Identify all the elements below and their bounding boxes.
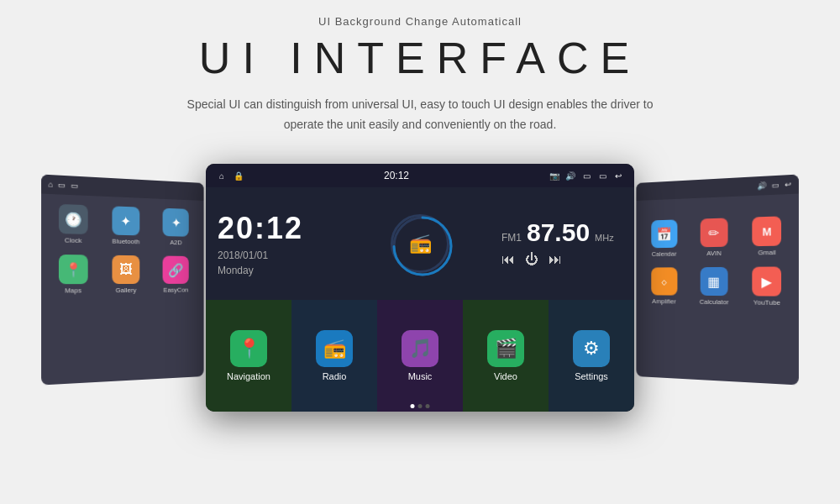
camera-icon: 📷 [549, 170, 560, 181]
app-label: Clock [65, 236, 81, 244]
app-label: Gallery [116, 286, 136, 294]
radio-app-label: Radio [323, 371, 347, 381]
list-item[interactable]: ✏ AVIN [690, 213, 739, 261]
status-time: 20:12 [384, 170, 409, 181]
list-item[interactable]: ✦ Bluetooth [101, 201, 150, 249]
list-item[interactable]: 🖼 Gallery [101, 250, 150, 298]
app-label: A2D [170, 239, 181, 246]
clock-time: 20:12 [218, 211, 337, 246]
list-item[interactable]: 🕐 Clock [46, 199, 99, 249]
clock-widget: 20:12 2018/01/01 Monday [206, 187, 349, 300]
ls-icon3: ▭ [71, 181, 79, 190]
app-label: Calculator [700, 297, 729, 305]
list-item[interactable]: ▦ Calculator [690, 262, 739, 310]
top-label: UI Background Change Automaticall [318, 15, 522, 28]
prev-track-button[interactable]: ⏮ [501, 252, 515, 267]
settings-app-label: Settings [575, 371, 608, 381]
clock-date: 2018/01/01 [218, 249, 337, 261]
ls-icon2: ▭ [58, 180, 66, 189]
video-app-label: Video [494, 371, 517, 381]
list-item[interactable]: ⬦ Amplifier [641, 263, 688, 309]
ls-home-icon: ⌂ [48, 180, 53, 189]
clock-day: Monday [218, 265, 337, 276]
app-label: Gmail [758, 248, 775, 256]
radio-icon-bg: 📻 [316, 330, 353, 367]
app-label: EasyCon [164, 286, 189, 293]
back-icon: ↩ [612, 170, 624, 181]
rs-icon2: ▭ [772, 181, 780, 190]
list-item[interactable]: ▶ YouTube [741, 262, 794, 311]
lock-icon: 🔒 [233, 170, 244, 181]
app-grid: 📍 Navigation 📻 Radio 🎵 Music 🎬 Video ⚙ [206, 300, 634, 412]
dot-active [411, 404, 415, 408]
fm-label: FM1 [501, 232, 522, 244]
settings-app-tile[interactable]: ⚙ Settings [549, 300, 634, 412]
radio-circular-widget: 📻 [349, 187, 491, 300]
right-screen: 🔊 ▭ ↩ 📅 Calendar ✏ AVIN M Gmail ⬦ Amplif… [636, 174, 799, 385]
status-bar: ⌂ 🔒 20:12 📷 🔊 ▭ ▭ ↩ [206, 164, 634, 187]
navigation-app-tile[interactable]: 📍 Navigation [206, 300, 291, 412]
list-item[interactable]: M Gmail [741, 211, 794, 260]
navigation-app-label: Navigation [227, 371, 270, 381]
volume-icon: 🔊 [564, 170, 576, 181]
list-item[interactable]: 📍 Maps [46, 249, 99, 298]
music-app-label: Music [408, 371, 433, 381]
navigation-icon-bg: 📍 [230, 330, 267, 367]
dot-1 [418, 404, 423, 408]
app-label: AVIN [706, 249, 721, 256]
video-icon-bg: 🎬 [487, 330, 524, 367]
app-label: Bluetooth [113, 237, 140, 245]
description: Special UI can distinguish from universa… [187, 95, 654, 135]
main-title: UI INTERFACE [199, 33, 641, 83]
list-item[interactable]: 📅 Calendar [641, 215, 688, 262]
fm-frequency: 87.50 [527, 220, 590, 245]
app-label: Maps [65, 286, 81, 294]
music-icon-bg: 🎵 [402, 330, 438, 367]
list-item[interactable]: ✦ A2D [152, 203, 199, 250]
radio-app-tile[interactable]: 📻 Radio [291, 300, 377, 412]
app-label: Calendar [652, 249, 677, 257]
app-label: Amplifier [652, 297, 675, 305]
fm-unit: MHz [595, 233, 614, 243]
dot-indicators [411, 404, 430, 408]
next-track-button[interactable]: ⏭ [549, 252, 562, 267]
rs-icon3: ↩ [785, 180, 791, 189]
music-app-tile[interactable]: 🎵 Music [377, 300, 463, 412]
video-app-tile[interactable]: 🎬 Video [463, 300, 549, 412]
fm-widget: FM1 87.50 MHz ⏮ ⏻ ⏭ [491, 187, 634, 300]
rs-icon1: 🔊 [757, 181, 766, 190]
home-icon: ⌂ [216, 170, 228, 181]
app-label: YouTube [753, 298, 780, 307]
list-item[interactable]: 🔗 EasyCon [152, 251, 199, 297]
screens-container: ⌂ ▭ ▭ 🕐 Clock ✦ Bluetooth ✦ A2D 📍 Maps 🖼 [0, 154, 840, 423]
power-button[interactable]: ⏻ [525, 252, 538, 267]
screen-icon: ▭ [580, 170, 592, 181]
left-screen: ⌂ ▭ ▭ 🕐 Clock ✦ Bluetooth ✦ A2D 📍 Maps 🖼 [41, 174, 204, 385]
dot-2 [426, 404, 430, 408]
screen2-icon: ▭ [596, 170, 608, 181]
settings-icon-bg: ⚙ [573, 330, 610, 367]
center-screen: ⌂ 🔒 20:12 📷 🔊 ▭ ▭ ↩ 20:12 2018/01/01 Mon… [206, 164, 634, 412]
